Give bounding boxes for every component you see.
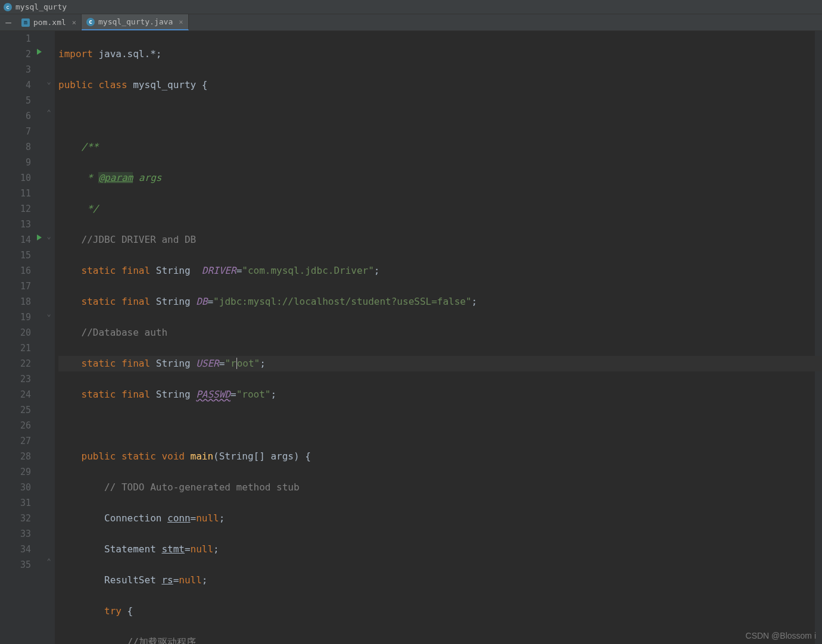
watermark: CSDN @Blossom i xyxy=(746,631,816,640)
line-number: 4 xyxy=(0,77,31,93)
line-number: 21 xyxy=(0,340,31,356)
code-line: //JDBC DRIVER and DB xyxy=(58,232,822,248)
code-line: static final String DRIVER="com.mysql.jd… xyxy=(58,263,822,279)
line-number: 35 xyxy=(0,557,31,573)
line-number: 5 xyxy=(0,93,31,108)
line-number: 16 xyxy=(0,263,31,279)
line-number: 30 xyxy=(0,480,31,495)
line-number: 20 xyxy=(0,325,31,340)
line-number: 18 xyxy=(0,294,31,310)
line-number: 19 xyxy=(0,310,31,325)
window-titlebar: c mysql_qurty xyxy=(0,0,822,14)
tab-label: pom.xml xyxy=(33,18,66,27)
editor-tabs: — m pom.xml × c mysql_qurty.java × xyxy=(0,14,822,31)
code-line: public static void main(String[] args) { xyxy=(58,449,822,464)
run-gutter-icon[interactable] xyxy=(37,49,42,55)
tab-mysql-qurty[interactable]: c mysql_qurty.java × xyxy=(82,14,188,30)
line-number: 3 xyxy=(0,62,31,77)
fold-start-icon[interactable]: ⌄ xyxy=(46,77,52,86)
code-line: Statement stmt=null; xyxy=(58,542,822,557)
code-line: // TODO Auto-generated method stub xyxy=(58,480,822,495)
line-number: 23 xyxy=(0,371,31,387)
tab-pom-xml[interactable]: m pom.xml × xyxy=(17,14,82,30)
line-number: 9 xyxy=(0,155,31,170)
line-number: 7 xyxy=(0,124,31,139)
line-number: 17 xyxy=(0,279,31,294)
class-icon: c xyxy=(4,3,12,11)
line-number-gutter: 1 2 3 4 5 6 7 8 9 10 11 12 13 14 15 16 1… xyxy=(0,31,44,644)
line-number: 10 xyxy=(0,170,31,186)
line-number: 8 xyxy=(0,139,31,155)
line-number: 25 xyxy=(0,402,31,418)
line-number: 6 xyxy=(0,108,31,124)
line-number: 11 xyxy=(0,186,31,201)
close-icon[interactable]: × xyxy=(179,18,183,26)
code-line: static final String DB="jdbc:mysql://loc… xyxy=(58,294,822,310)
code-line xyxy=(58,418,822,433)
code-line: static final String PASSWD="root"; xyxy=(58,387,822,402)
line-number: 22 xyxy=(0,356,31,371)
line-number: 33 xyxy=(0,526,31,542)
line-number: 31 xyxy=(0,495,31,511)
window-title: mysql_qurty xyxy=(15,2,67,11)
line-number: 13 xyxy=(0,217,31,232)
line-number: 26 xyxy=(0,418,31,433)
code-line: //Database auth xyxy=(58,325,822,340)
fold-end-icon[interactable]: ⌃ xyxy=(46,108,52,117)
code-line: * @param args xyxy=(58,170,822,186)
code-line: //加载驱动程序 xyxy=(58,634,822,644)
code-line: ResultSet rs=null; xyxy=(58,573,822,588)
line-number: 27 xyxy=(0,433,31,449)
line-number: 32 xyxy=(0,511,31,526)
tab-label: mysql_qurty.java xyxy=(98,17,173,26)
fold-start-icon[interactable]: ⌄ xyxy=(46,310,52,318)
code-line: */ xyxy=(58,201,822,217)
code-line xyxy=(58,108,822,124)
line-number: 29 xyxy=(0,464,31,480)
code-line-current: static final String USER="root"; xyxy=(58,356,822,371)
expand-tabs-icon[interactable]: — xyxy=(0,14,17,30)
fold-end-icon[interactable]: ⌃ xyxy=(46,557,52,565)
line-number: 15 xyxy=(0,248,31,263)
run-gutter-icon[interactable] xyxy=(37,235,42,240)
code-line: public class mysql_qurty { xyxy=(58,77,822,93)
class-icon: c xyxy=(86,18,95,26)
line-number: 12 xyxy=(0,201,31,217)
line-number: 34 xyxy=(0,542,31,557)
code-area[interactable]: import java.sql.*; public class mysql_qu… xyxy=(55,31,822,644)
line-number: 14 xyxy=(0,232,31,248)
fold-column: ⌄ ⌃ ⌄ ⌄ ⌃ xyxy=(44,31,55,644)
line-number: 2 xyxy=(0,46,31,62)
line-number: 1 xyxy=(0,31,31,46)
line-number: 28 xyxy=(0,449,31,464)
code-line: import java.sql.*; xyxy=(58,46,822,62)
code-line: try { xyxy=(58,604,822,619)
line-number: 24 xyxy=(0,387,31,402)
maven-icon: m xyxy=(21,18,30,27)
code-line: Connection conn=null; xyxy=(58,511,822,526)
code-editor[interactable]: 1 2 3 4 5 6 7 8 9 10 11 12 13 14 15 16 1… xyxy=(0,31,822,644)
fold-start-icon[interactable]: ⌄ xyxy=(46,232,52,240)
close-icon[interactable]: × xyxy=(72,18,76,27)
code-line: /** xyxy=(58,139,822,155)
